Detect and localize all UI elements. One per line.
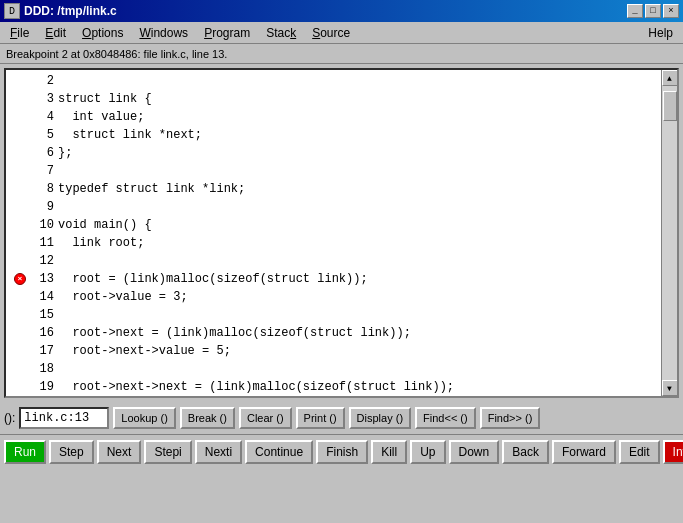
line-number: 18: [30, 362, 58, 376]
menu-windows[interactable]: Windows: [131, 24, 196, 42]
back-button[interactable]: Back: [502, 440, 549, 464]
scroll-track[interactable]: [662, 86, 678, 380]
status-bar: Breakpoint 2 at 0x8048486: file link.c, …: [0, 44, 683, 64]
line-code: typedef struct link *link;: [58, 182, 245, 196]
display-button[interactable]: Display (): [349, 407, 411, 429]
scroll-down-button[interactable]: ▼: [662, 380, 678, 396]
continue-button[interactable]: Continue: [245, 440, 313, 464]
code-line: 10void main() {: [10, 216, 657, 234]
find-forward-button[interactable]: Find>> (): [480, 407, 541, 429]
code-line: 9: [10, 198, 657, 216]
code-line: 14 root->value = 3;: [10, 288, 657, 306]
up-button[interactable]: Up: [410, 440, 445, 464]
scroll-up-button[interactable]: ▲: [662, 70, 678, 86]
interrupt-button[interactable]: Interrupt: [663, 440, 683, 464]
edit-button[interactable]: Edit: [619, 440, 660, 464]
code-line: 7: [10, 162, 657, 180]
minimize-button[interactable]: _: [627, 4, 643, 18]
code-content: 23struct link {4 int value;5 struct link…: [6, 70, 661, 396]
finish-button[interactable]: Finish: [316, 440, 368, 464]
forward-button[interactable]: Forward: [552, 440, 616, 464]
line-number: 17: [30, 344, 58, 358]
line-number: 3: [30, 92, 58, 106]
scrollbar[interactable]: ▲ ▼: [661, 70, 677, 396]
line-number: 7: [30, 164, 58, 178]
code-line: 19 root->next->next = (link)malloc(sizeo…: [10, 378, 657, 396]
line-number: 5: [30, 128, 58, 142]
break-button[interactable]: Break (): [180, 407, 235, 429]
line-code: int value;: [58, 110, 144, 124]
code-line: 5 struct link *next;: [10, 126, 657, 144]
clear-button[interactable]: Clear (): [239, 407, 292, 429]
next-button[interactable]: Next: [97, 440, 142, 464]
code-line: 17 root->next->value = 5;: [10, 342, 657, 360]
nexti-button[interactable]: Nexti: [195, 440, 242, 464]
menu-stack[interactable]: Stack: [258, 24, 304, 42]
kill-button[interactable]: Kill: [371, 440, 407, 464]
menu-options[interactable]: Options: [74, 24, 131, 42]
code-line: 2: [10, 72, 657, 90]
line-number: 6: [30, 146, 58, 160]
line-number: 14: [30, 290, 58, 304]
line-code: root->value = 3;: [58, 290, 188, 304]
code-line: 12: [10, 252, 657, 270]
code-line: 4 int value;: [10, 108, 657, 126]
bottom-toolbar: RunStepNextStepiNextiContinueFinishKillU…: [0, 434, 683, 468]
step-button[interactable]: Step: [49, 440, 94, 464]
line-code: root->next->next = (link)malloc(sizeof(s…: [58, 380, 454, 394]
code-line: 8typedef struct link *link;: [10, 180, 657, 198]
command-input[interactable]: [19, 407, 109, 429]
run-button[interactable]: Run: [4, 440, 46, 464]
line-code: struct link *next;: [58, 128, 202, 142]
down-button[interactable]: Down: [449, 440, 500, 464]
code-line: 6};: [10, 144, 657, 162]
app-icon: D: [4, 3, 20, 19]
code-line: 15: [10, 306, 657, 324]
scroll-thumb[interactable]: [663, 91, 677, 121]
close-button[interactable]: ×: [663, 4, 679, 18]
line-number: 12: [30, 254, 58, 268]
code-area: 23struct link {4 int value;5 struct link…: [4, 68, 679, 398]
title-bar: D DDD: /tmp/link.c _ □ ×: [0, 0, 683, 22]
menu-file[interactable]: File: [2, 24, 37, 42]
line-code: struct link {: [58, 92, 152, 106]
line-code: root = (link)malloc(sizeof(struct link))…: [58, 272, 368, 286]
line-number: 8: [30, 182, 58, 196]
line-code: root->next->value = 5;: [58, 344, 231, 358]
line-number: 9: [30, 200, 58, 214]
line-code: };: [58, 146, 72, 160]
lookup-button[interactable]: Lookup (): [113, 407, 175, 429]
line-number: 19: [30, 380, 58, 394]
line-code: root->next = (link)malloc(sizeof(struct …: [58, 326, 411, 340]
line-number: 13: [30, 272, 58, 286]
print-button[interactable]: Print (): [296, 407, 345, 429]
menu-bar: File Edit Options Windows Program Stack …: [0, 22, 683, 44]
line-code: link root;: [58, 236, 144, 250]
line-number: 2: [30, 74, 58, 88]
command-bar: (): Lookup () Break () Clear () Print ()…: [0, 402, 683, 434]
line-marker: [10, 273, 30, 285]
menu-help[interactable]: Help: [640, 24, 681, 42]
code-line: 13 root = (link)malloc(sizeof(struct lin…: [10, 270, 657, 288]
window-title: DDD: /tmp/link.c: [24, 4, 117, 18]
code-line: 11 link root;: [10, 234, 657, 252]
line-number: 15: [30, 308, 58, 322]
line-number: 4: [30, 110, 58, 124]
window-controls: _ □ ×: [627, 4, 679, 18]
breakpoint-indicator: [14, 273, 26, 285]
code-line: 3struct link {: [10, 90, 657, 108]
stepi-button[interactable]: Stepi: [144, 440, 191, 464]
line-number: 10: [30, 218, 58, 232]
find-back-button[interactable]: Find<< (): [415, 407, 476, 429]
code-line: 18: [10, 360, 657, 378]
menu-program[interactable]: Program: [196, 24, 258, 42]
maximize-button[interactable]: □: [645, 4, 661, 18]
code-line: 16 root->next = (link)malloc(sizeof(stru…: [10, 324, 657, 342]
command-label: ():: [4, 411, 15, 425]
status-text: Breakpoint 2 at 0x8048486: file link.c, …: [6, 48, 227, 60]
line-code: void main() {: [58, 218, 152, 232]
line-number: 11: [30, 236, 58, 250]
menu-edit[interactable]: Edit: [37, 24, 74, 42]
menu-source[interactable]: Source: [304, 24, 358, 42]
line-number: 16: [30, 326, 58, 340]
